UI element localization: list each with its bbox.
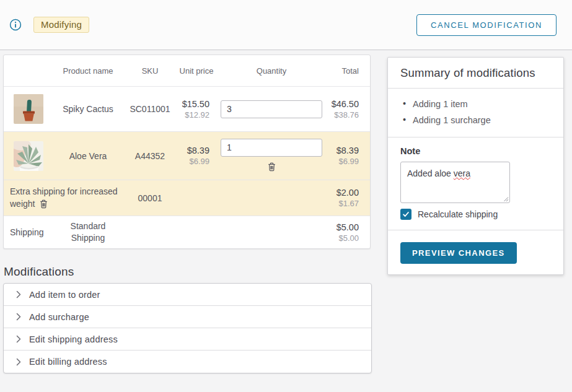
page-content: Product name SKU Unit price Quantity Tot… — [0, 50, 572, 373]
product-sku: SC011001 — [123, 104, 177, 114]
header-unit-price: Unit price — [177, 61, 216, 81]
header-total: Total — [327, 61, 370, 81]
recalculate-shipping-checkbox[interactable] — [400, 209, 411, 220]
total-cell: $46.50 $38.76 — [327, 99, 370, 120]
product-name: Spiky Cactus — [53, 104, 123, 114]
note-section: Note Added aloe vera Recalculate shippin… — [388, 137, 563, 230]
note-input[interactable]: Added aloe vera — [400, 162, 510, 203]
summary-item: Adding 1 item — [400, 96, 551, 112]
line-total: $46.50 — [327, 99, 359, 109]
quantity-input-spiky-cactus[interactable] — [221, 100, 322, 118]
surcharge-name: Extra shipping for increased weight — [10, 186, 118, 209]
modifications-accordion: Add item to order Add surcharge Edit shi… — [3, 283, 372, 373]
shipping-label: Shipping — [4, 227, 53, 237]
unit-price: $15.50 — [177, 99, 209, 109]
header-sku: SKU — [123, 61, 177, 81]
shipping-method: Standard Shipping — [53, 220, 123, 245]
total-cell: $5.00 $5.00 — [327, 222, 370, 243]
table-row-aloe-vera: Aloe Vera A44352 $8.39 $6.99 — [4, 132, 370, 180]
recalculate-shipping-row: Recalculate shipping — [400, 209, 551, 220]
header-quantity: Quantity — [216, 61, 327, 81]
recalculate-shipping-label: Recalculate shipping — [418, 209, 498, 219]
top-bar: Modifying CANCEL MODIFICATION — [0, 0, 572, 50]
chevron-right-icon — [16, 313, 21, 321]
order-items-table: Product name SKU Unit price Quantity Tot… — [3, 54, 371, 249]
resize-handle-icon[interactable] — [503, 196, 509, 202]
accordion-item-label: Edit shipping address — [29, 334, 118, 344]
header-product-name: Product name — [53, 61, 123, 81]
note-text: Added aloe — [407, 168, 454, 178]
line-total-original: $1.67 — [327, 199, 359, 208]
table-header-row: Product name SKU Unit price Quantity Tot… — [4, 55, 370, 87]
info-icon[interactable] — [9, 18, 22, 32]
summary-list: Adding 1 item Adding 1 surcharge — [388, 89, 563, 137]
quantity-input-aloe-vera[interactable] — [221, 139, 322, 157]
line-total: $2.00 — [327, 188, 359, 198]
unit-price-original: $12.92 — [177, 110, 209, 120]
accordion-item-label: Add item to order — [29, 290, 100, 300]
chevron-right-icon — [16, 358, 21, 366]
unit-price-cell: $15.50 $12.92 — [177, 99, 216, 120]
remove-aloe-vera-button[interactable] — [265, 160, 278, 173]
table-row-extra-shipping-surcharge: Extra shipping for increased weight 0000… — [4, 180, 370, 216]
check-icon — [402, 211, 410, 218]
note-text-misspelled: vera — [454, 168, 470, 178]
table-row-spiky-cactus: Spiky Cactus SC011001 $15.50 $12.92 $46.… — [4, 87, 370, 132]
header-image-spacer — [4, 66, 53, 76]
order-column: Product name SKU Unit price Quantity Tot… — [3, 54, 371, 373]
summary-column: Summary of modifications Adding 1 item A… — [387, 57, 564, 275]
chevron-right-icon — [16, 290, 21, 298]
product-image-cell — [4, 134, 53, 178]
accordion-item-add-item-to-order[interactable]: Add item to order — [4, 284, 371, 306]
cancel-modification-button[interactable]: CANCEL MODIFICATION — [416, 14, 557, 36]
unit-price: $8.39 — [177, 146, 209, 155]
accordion-item-add-surcharge[interactable]: Add surcharge — [4, 306, 371, 328]
accordion-item-edit-shipping-address[interactable]: Edit shipping address — [4, 328, 371, 351]
aloe-vera-photo — [14, 141, 43, 171]
preview-changes-section: PREVIEW CHANGES — [388, 230, 563, 274]
surcharge-name-cell: Extra shipping for increased weight — [4, 180, 123, 216]
quantity-cell — [216, 139, 327, 173]
modifications-heading: Modifications — [4, 265, 371, 279]
summary-panel: Summary of modifications Adding 1 item A… — [387, 57, 564, 275]
table-row-shipping: Shipping Standard Shipping $5.00 $5.00 — [4, 216, 370, 248]
summary-item: Adding 1 surcharge — [400, 112, 551, 128]
accordion-item-label: Add surcharge — [29, 312, 89, 322]
line-total: $8.39 — [327, 146, 359, 155]
product-name: Aloe Vera — [53, 151, 123, 161]
total-cell: $2.00 $1.67 — [327, 188, 370, 208]
chevron-right-icon — [16, 335, 21, 343]
line-total-original: $5.00 — [327, 233, 359, 243]
note-label: Note — [400, 146, 551, 156]
accordion-item-edit-billing-address[interactable]: Edit billing address — [4, 351, 371, 373]
surcharge-sku: 00001 — [123, 193, 177, 203]
quantity-cell — [216, 100, 327, 118]
line-total-original: $6.99 — [327, 157, 359, 166]
total-cell: $8.39 $6.99 — [327, 146, 370, 166]
trash-icon — [266, 162, 277, 172]
remove-surcharge-button[interactable] — [37, 198, 50, 211]
product-sku: A44352 — [123, 151, 177, 161]
line-total: $5.00 — [327, 222, 359, 232]
trash-icon — [38, 199, 49, 209]
unit-price-cell: $8.39 $6.99 — [177, 146, 216, 166]
accordion-item-label: Edit billing address — [29, 357, 107, 367]
line-total-original: $38.76 — [327, 110, 359, 120]
status-badge: Modifying — [33, 17, 89, 33]
preview-changes-button[interactable]: PREVIEW CHANGES — [400, 242, 517, 264]
summary-title: Summary of modifications — [388, 58, 563, 89]
product-image-cell — [4, 87, 53, 131]
unit-price-original: $6.99 — [177, 157, 209, 166]
spiky-cactus-photo — [14, 94, 43, 124]
